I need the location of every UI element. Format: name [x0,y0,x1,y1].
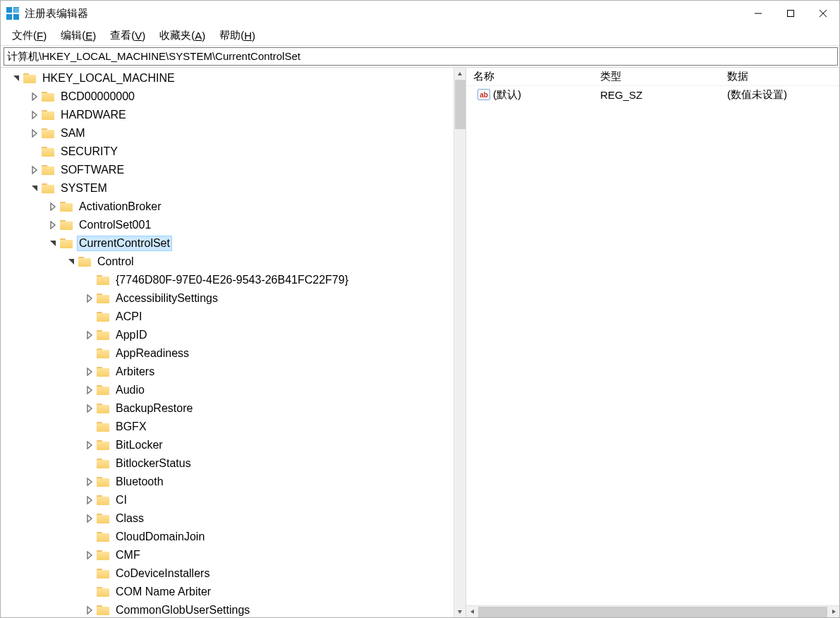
tree-item[interactable]: ActivationBroker [6,198,454,216]
menu-编辑[interactable]: 编辑(E) [54,26,103,45]
tree-item[interactable]: AppID [6,326,454,344]
chevron-right-icon[interactable] [29,164,40,176]
tree-item[interactable]: ControlSet001 [6,216,454,234]
tree-item-label: Arbiters [114,364,157,380]
menu-收藏夹[interactable]: 收藏夹(A) [152,26,212,45]
chevron-down-icon[interactable] [29,183,40,194]
values-list[interactable]: ab(默认)REG_SZ(数值未设置) [466,86,839,605]
tree-item[interactable]: CurrentControlSet [6,234,454,253]
chevron-right-icon[interactable] [47,201,59,212]
scroll-up-icon[interactable] [454,68,466,80]
chevron-right-icon[interactable] [84,476,95,487]
tree-item[interactable]: Class [6,509,454,528]
svg-marker-21 [87,368,92,375]
tree-item[interactable]: CI [6,491,454,509]
tree-item[interactable]: HARDWARE [6,106,454,124]
tree-item[interactable]: SYSTEM [6,179,454,198]
main-split: HKEY_LOCAL_MACHINEBCD00000000HARDWARESAM… [1,67,839,617]
tree-item-label: CurrentControlSet [77,236,172,251]
values-horizontal-scrollbar[interactable] [466,605,839,617]
menu-文件[interactable]: 文件(F) [5,26,54,45]
folder-icon [97,385,109,395]
folder-icon [97,422,109,432]
folder-icon [97,312,109,322]
tree-item[interactable]: HKEY_LOCAL_MACHINE [6,69,454,87]
svg-marker-16 [51,222,55,229]
tree-item[interactable]: CMF [6,546,454,564]
tree-item-label: COM Name Arbiter [114,584,213,600]
tree-item[interactable]: Bluetooth [6,473,454,491]
chevron-right-icon[interactable] [29,128,40,139]
chevron-right-icon[interactable] [84,495,95,506]
tree-item[interactable]: BCD00000000 [6,87,454,106]
folder-icon [97,275,109,285]
address-bar[interactable]: 计算机\HKEY_LOCAL_MACHINE\SYSTEM\CurrentCon… [4,47,838,66]
svg-marker-13 [32,166,37,174]
scroll-thumb[interactable] [478,607,827,617]
scroll-down-icon[interactable] [454,605,466,617]
column-name[interactable]: 名称 [466,68,593,85]
chevron-right-icon[interactable] [84,440,95,451]
tree-item[interactable]: Control [6,253,454,271]
tree-item[interactable]: SAM [6,124,454,143]
menu-帮助[interactable]: 帮助(H) [212,26,262,45]
window-title: 注册表编辑器 [25,7,88,20]
column-type[interactable]: 类型 [593,68,720,85]
chevron-right-icon[interactable] [84,403,95,414]
chevron-right-icon[interactable] [84,293,95,304]
tree-item-label: ActivationBroker [77,199,164,214]
tree-item[interactable]: AppReadiness [6,344,454,363]
chevron-right-icon[interactable] [84,384,95,396]
chevron-right-icon[interactable] [84,513,95,524]
chevron-right-icon[interactable] [84,329,95,341]
tree-item[interactable]: COM Name Arbiter [6,583,454,601]
scroll-right-icon[interactable] [827,606,839,618]
chevron-down-icon[interactable] [47,238,59,249]
chevron-down-icon[interactable] [11,73,22,84]
column-data[interactable]: 数据 [720,68,839,85]
tree-item[interactable]: BitlockerStatus [6,454,454,473]
tree-item[interactable]: BitLocker [6,436,454,454]
svg-marker-26 [87,497,92,504]
tree-item[interactable]: CommonGlobUserSettings [6,601,454,617]
svg-marker-32 [470,610,474,614]
chevron-right-icon[interactable] [84,550,95,561]
titlebar[interactable]: 注册表编辑器 [1,1,839,26]
tree-item-label: Class [114,511,146,526]
folder-icon [42,92,54,102]
tree-item[interactable]: Audio [6,381,454,399]
value-row[interactable]: ab(默认)REG_SZ(数值未设置) [466,86,839,103]
tree-vertical-scrollbar[interactable] [454,68,465,617]
tree-item[interactable]: ACPI [6,308,454,326]
tree-item-label: SOFTWARE [59,162,126,178]
tree-viewport[interactable]: HKEY_LOCAL_MACHINEBCD00000000HARDWARESAM… [1,68,454,617]
chevron-right-icon[interactable] [29,91,40,102]
chevron-right-icon[interactable] [84,605,95,616]
tree-item[interactable]: BGFX [6,418,454,436]
scroll-thumb[interactable] [455,80,465,129]
folder-icon [60,202,73,212]
scroll-left-icon[interactable] [466,606,478,618]
tree-item[interactable]: Arbiters [6,363,454,381]
svg-rect-3 [13,14,19,20]
chevron-right-icon[interactable] [84,366,95,377]
menu-查看[interactable]: 查看(V) [103,26,152,45]
tree-item[interactable]: {7746D80F-97E0-4E26-9543-26B41FC22F79} [6,271,454,289]
svg-rect-0 [6,7,12,13]
chevron-down-icon[interactable] [66,256,77,267]
tree-item[interactable]: CoDeviceInstallers [6,564,454,583]
close-button[interactable] [807,1,839,26]
folder-icon [78,257,91,267]
minimize-button[interactable] [742,1,774,26]
expander-placeholder [84,274,95,286]
chevron-right-icon[interactable] [29,109,40,121]
tree-item[interactable]: SOFTWARE [6,161,454,179]
tree-item[interactable]: CloudDomainJoin [6,528,454,546]
svg-marker-31 [458,610,462,614]
tree-item[interactable]: BackupRestore [6,399,454,418]
tree-item[interactable]: AccessibilitySettings [6,289,454,308]
tree-item[interactable]: SECURITY [6,143,454,161]
maximize-button[interactable] [774,1,807,26]
chevron-right-icon[interactable] [47,219,59,231]
folder-icon [97,550,109,560]
